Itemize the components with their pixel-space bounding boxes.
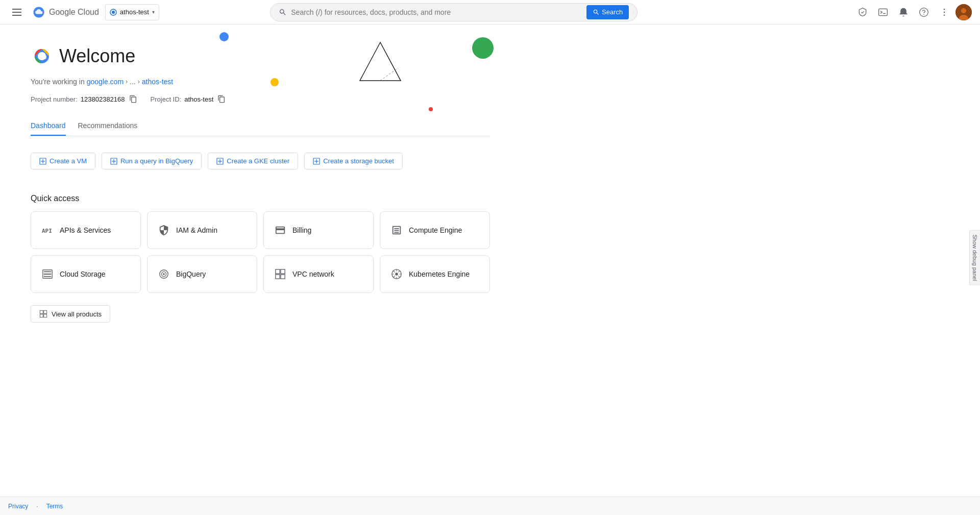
footer-separator: ·: [36, 503, 38, 510]
billing-label: Billing: [292, 226, 311, 234]
cloud-shell-button[interactable]: [874, 3, 892, 21]
bell-icon: [898, 7, 909, 17]
debug-panel-tab[interactable]: Show debug panel: [969, 230, 980, 285]
svg-point-38: [395, 273, 398, 276]
google-cloud-text: Google Cloud: [49, 8, 99, 17]
kubernetes-engine-icon: [390, 268, 403, 280]
svg-point-4: [920, 8, 928, 16]
create-gke-cluster-button[interactable]: Create a GKE cluster: [208, 153, 298, 169]
project-id-item: Project ID: athos-test: [151, 94, 227, 104]
bell-button[interactable]: [894, 3, 913, 21]
breadcrumb-org-link[interactable]: google.com: [87, 78, 124, 86]
hamburger-icon: [12, 9, 21, 16]
tabs: Dashboard Recommendations: [31, 116, 490, 136]
quick-actions: Create a VM Run a query in BigQuery Crea…: [31, 153, 490, 169]
footer-terms-link[interactable]: Terms: [46, 503, 63, 510]
tab-recommendations[interactable]: Recommendations: [78, 116, 138, 136]
svg-rect-39: [40, 310, 43, 313]
svg-point-7: [944, 11, 945, 13]
welcome-title: Welcome: [31, 45, 490, 67]
svg-point-6: [944, 8, 945, 10]
card-cloud-storage[interactable]: Cloud Storage: [31, 255, 141, 293]
compute-engine-icon: [390, 224, 403, 236]
header-right: [853, 3, 972, 21]
kubernetes-engine-label: Kubernetes Engine: [409, 270, 470, 278]
search-input[interactable]: [291, 8, 582, 16]
project-selector[interactable]: athos-test ▾: [105, 4, 159, 20]
card-iam-admin[interactable]: IAM & Admin: [147, 211, 257, 249]
card-vpc-network[interactable]: VPC network: [263, 255, 374, 293]
svg-rect-41: [40, 314, 43, 317]
welcome-logo-icon: [31, 45, 53, 67]
svg-point-32: [163, 273, 165, 275]
main-content: Welcome You're working in google.com › .…: [0, 24, 980, 515]
create-vm-button[interactable]: Create a VM: [31, 153, 95, 169]
vpc-network-icon: [274, 268, 286, 280]
apis-services-icon: API: [41, 224, 54, 236]
search-icon: [279, 8, 287, 16]
breadcrumb-chevron-2: ›: [138, 78, 140, 85]
svg-point-8: [944, 14, 945, 16]
hamburger-menu-button[interactable]: [8, 5, 26, 20]
notifications-button[interactable]: [853, 3, 872, 21]
footer-privacy-link[interactable]: Privacy: [8, 503, 28, 510]
create-gke-icon: [216, 158, 224, 165]
google-cloud-logo[interactable]: Google Cloud: [32, 5, 99, 19]
notifications-icon: [857, 7, 868, 17]
svg-point-10: [961, 8, 966, 13]
breadcrumb-chevron-1: ›: [126, 78, 128, 85]
view-all-icon: [39, 310, 47, 318]
project-info: Project number: 123802382168 Project ID:…: [31, 94, 490, 104]
svg-rect-42: [44, 314, 47, 317]
quick-access-grid: API APIs & Services IAM & Admin: [31, 211, 490, 293]
help-button[interactable]: [915, 3, 933, 21]
cloud-storage-label: Cloud Storage: [60, 270, 106, 278]
search-input-wrap: Search: [270, 3, 638, 21]
copy-project-number-button[interactable]: [128, 94, 138, 104]
more-icon: [939, 7, 949, 17]
card-apis-services[interactable]: API APIs & Services: [31, 211, 141, 249]
create-bucket-icon: [313, 158, 320, 165]
project-id-value: athos-test: [184, 95, 213, 103]
card-kubernetes-engine[interactable]: Kubernetes Engine: [380, 255, 490, 293]
svg-rect-33: [276, 269, 280, 274]
google-cloud-logo-icon: [32, 5, 46, 19]
svg-point-1: [112, 11, 115, 14]
tab-dashboard[interactable]: Dashboard: [31, 116, 66, 136]
project-number-item: Project number: 123802382168: [31, 94, 138, 104]
copy-icon-2: [217, 95, 226, 103]
copy-project-id-button[interactable]: [216, 94, 227, 104]
copy-icon-1: [129, 95, 137, 103]
breadcrumb-dots: ...: [130, 78, 136, 86]
card-billing[interactable]: Billing: [263, 211, 374, 249]
bigquery-icon: [158, 268, 170, 280]
iam-admin-icon: [158, 224, 170, 236]
more-button[interactable]: [935, 3, 953, 21]
compute-engine-label: Compute Engine: [409, 226, 462, 234]
svg-rect-34: [281, 269, 285, 274]
create-storage-bucket-button[interactable]: Create a storage bucket: [304, 153, 403, 169]
avatar[interactable]: [955, 4, 972, 20]
quick-access-title: Quick access: [31, 194, 490, 203]
search-button[interactable]: Search: [586, 5, 629, 19]
run-query-bigquery-button[interactable]: Run a query in BigQuery: [102, 153, 202, 169]
project-icon: [110, 9, 117, 16]
chevron-down-icon: ▾: [152, 9, 155, 15]
view-all-products-button[interactable]: View all products: [31, 305, 110, 323]
svg-text:API: API: [42, 228, 52, 234]
billing-icon: [274, 224, 286, 236]
cloud-storage-icon: [41, 268, 54, 280]
vpc-network-label: VPC network: [292, 270, 334, 278]
project-name: athos-test: [120, 8, 149, 16]
cloud-shell-icon: [878, 7, 888, 17]
card-compute-engine[interactable]: Compute Engine: [380, 211, 490, 249]
bigquery-label: BigQuery: [176, 270, 206, 278]
svg-rect-35: [276, 275, 280, 279]
svg-rect-2: [879, 9, 888, 15]
breadcrumb-project-link[interactable]: athos-test: [142, 78, 173, 86]
project-number-value: 123802382168: [81, 95, 125, 103]
card-bigquery[interactable]: BigQuery: [147, 255, 257, 293]
svg-rect-36: [281, 275, 285, 279]
project-id-label: Project ID:: [151, 95, 182, 103]
run-query-icon: [110, 158, 117, 165]
